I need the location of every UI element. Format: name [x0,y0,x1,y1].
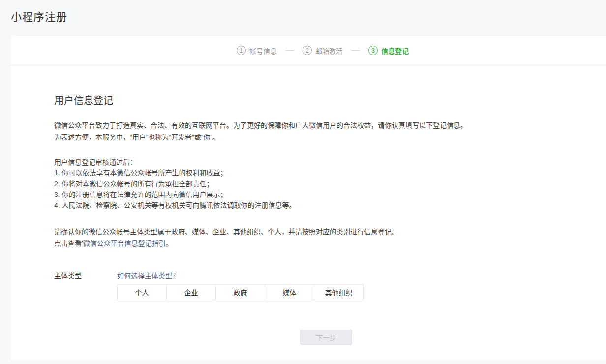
step-account-info: 1 帐号信息 [237,46,277,56]
step-2-label: 邮箱激活 [315,46,343,56]
review-item-4: 4. 人民法院、检察院、公安机关等有权机关可向腾讯依法调取你的注册信息等。 [54,200,606,211]
tab-other-organization[interactable]: 其他组织 [314,284,364,300]
entity-type-label: 主体类型 [54,271,117,280]
registration-form-body: 用户信息登记 微信公众平台致力于打造真实、合法、有效的互联网平台。为了更好的保障… [11,65,606,345]
review-item-3: 3. 你的注册信息将在法律允许的范围内向微信用户展示； [54,189,606,200]
step-indicator: 1 帐号信息 2 邮箱激活 3 信息登记 [237,46,409,56]
confirm-block: 请确认你的微信公众帐号主体类型属于政府、媒体、企业、其他组织、个人，并请按照对应… [54,226,606,249]
entity-type-row: 主体类型 如何选择主体类型？ [54,271,606,280]
review-item-2: 2. 你将对本微信公众帐号的所有行为承担全部责任； [54,178,606,189]
step-1-circle-icon: 1 [237,46,246,55]
intro-line-2: 为表述方便，本服务中，“用户”也称为“开发者”或“你”。 [54,131,606,143]
step-3-circle-icon: 3 [368,46,378,55]
section-heading: 用户信息登记 [54,94,606,108]
step-info-registration: 3 信息登记 [368,46,409,56]
guide-suffix: 。 [166,239,173,247]
tab-media[interactable]: 媒体 [265,284,314,300]
guide-line: 点击查看'微信公众平台信息登记指引。 [54,238,606,249]
next-step-button[interactable]: 下一步 [300,330,352,345]
step-2-circle-icon: 2 [303,46,312,55]
guide-prefix: 点击查看' [54,239,83,247]
steps-header: 1 帐号信息 2 邮箱激活 3 信息登记 [11,36,606,65]
review-item-1: 1. 你可以依法享有本微信公众帐号所产生的权利和收益； [54,168,606,178]
step-3-label: 信息登记 [381,46,409,56]
review-rules-block: 用户信息登记审核通过后： 1. 你可以依法享有本微信公众帐号所产生的权利和收益；… [54,157,606,211]
confirm-line: 请确认你的微信公众帐号主体类型属于政府、媒体、企业、其他组织、个人，并请按照对应… [54,226,606,238]
step-1-label: 帐号信息 [249,46,277,56]
tab-individual[interactable]: 个人 [117,284,167,300]
step-email-activation: 2 邮箱激活 [303,46,343,56]
tab-government[interactable]: 政府 [215,284,265,300]
step-dash-icon [285,50,294,51]
entity-type-tabs: 个人 企业 政府 媒体 其他组织 [117,284,606,300]
page-title: 小程序注册 [11,8,67,24]
intro-line-1: 微信公众平台致力于打造真实、合法、有效的互联网平台。为了更好的保障你和广大微信用… [54,119,606,131]
registration-guide-link[interactable]: 微信公众平台信息登记指引 [83,239,166,247]
step-dash-icon [351,50,360,51]
intro-paragraph: 微信公众平台致力于打造真实、合法、有效的互联网平台。为了更好的保障你和广大微信用… [54,119,606,143]
review-title: 用户信息登记审核通过后： [54,157,606,168]
registration-card: 1 帐号信息 2 邮箱激活 3 信息登记 用户信息登记 微信公众平台致力于打造真… [11,36,606,360]
entity-type-help-link[interactable]: 如何选择主体类型？ [117,271,179,280]
tab-enterprise[interactable]: 企业 [166,284,216,300]
mini-program-registration-page: 小程序注册 1 帐号信息 2 邮箱激活 3 信息登记 [0,0,606,364]
